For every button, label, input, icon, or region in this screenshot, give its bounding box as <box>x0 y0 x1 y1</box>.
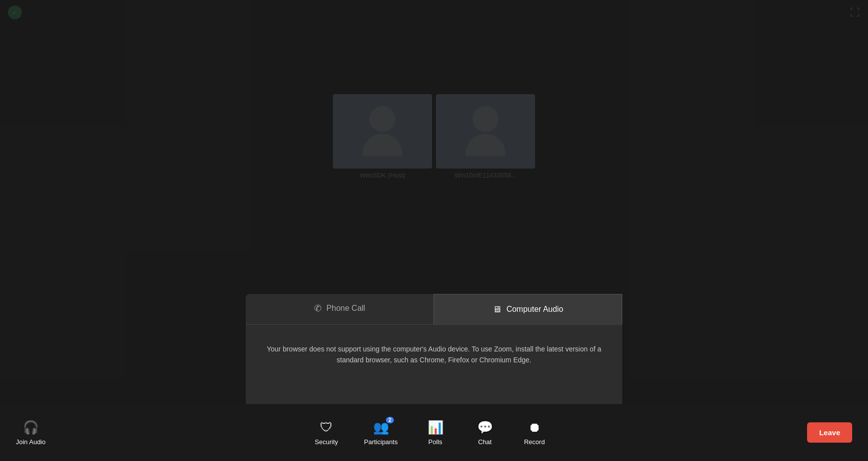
phone-call-label: Phone Call <box>326 304 365 313</box>
record-button[interactable]: ⏺ Record <box>515 416 554 450</box>
participant-count-badge: 2 <box>386 417 394 423</box>
participants-icon: 👥 2 <box>373 420 389 435</box>
modal-overlay: × ✆ Phone Call 🖥 Computer Audio Your bro… <box>0 0 868 404</box>
participants-button[interactable]: 👥 2 Participants <box>356 416 406 450</box>
audio-message-text: Your browser does not support using the … <box>266 344 602 366</box>
join-audio-button[interactable]: 🎧 Join Audio <box>8 416 54 450</box>
chat-button[interactable]: 💬 Chat <box>465 416 505 450</box>
audio-modal: × ✆ Phone Call 🖥 Computer Audio Your bro… <box>246 294 622 404</box>
toolbar-center: 🛡 Security 👥 2 Participants 📊 Polls 💬 Ch… <box>54 416 807 450</box>
audio-modal-message: Your browser does not support using the … <box>246 325 622 384</box>
security-label: Security <box>315 438 338 446</box>
computer-audio-label: Computer Audio <box>506 305 563 314</box>
leave-button[interactable]: Leave <box>807 422 852 443</box>
polls-icon: 📊 <box>428 420 443 435</box>
chat-label: Chat <box>478 438 491 446</box>
record-icon: ⏺ <box>528 420 541 435</box>
polls-button[interactable]: 📊 Polls <box>416 416 455 450</box>
security-button[interactable]: 🛡 Security <box>307 416 346 450</box>
record-label: Record <box>524 438 545 446</box>
computer-audio-tab[interactable]: 🖥 Computer Audio <box>434 294 622 324</box>
phone-call-tab[interactable]: ✆ Phone Call <box>246 294 434 324</box>
participants-label: Participants <box>364 438 398 446</box>
chat-icon: 💬 <box>477 420 493 435</box>
modal-tabs: ✆ Phone Call 🖥 Computer Audio <box>246 294 622 325</box>
phone-call-icon: ✆ <box>314 303 322 314</box>
toolbar: 🎧 Join Audio 🛡 Security 👥 2 Participants… <box>0 404 868 461</box>
security-icon: 🛡 <box>320 420 333 435</box>
monitor-icon: 🖥 <box>492 304 501 315</box>
polls-label: Polls <box>429 438 442 446</box>
headphones-icon: 🎧 <box>23 420 39 435</box>
join-audio-label: Join Audio <box>16 438 46 446</box>
